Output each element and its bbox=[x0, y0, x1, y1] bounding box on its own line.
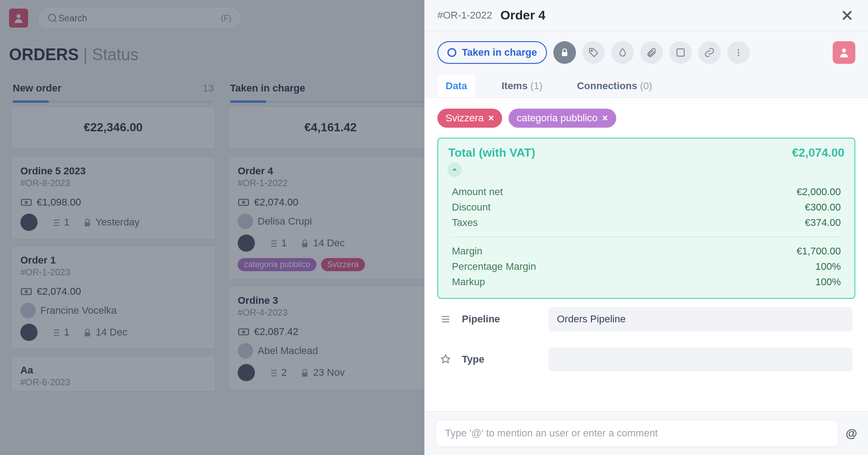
order-id: #OR-1-2022 bbox=[437, 10, 492, 21]
tag-categoria-pubblico[interactable]: categoria pubblico× bbox=[508, 109, 616, 128]
more-button[interactable] bbox=[727, 41, 750, 64]
attachment-button[interactable] bbox=[640, 41, 663, 64]
svg-point-18 bbox=[738, 52, 739, 53]
total-label: Total (with VAT) bbox=[448, 146, 535, 160]
link-button[interactable] bbox=[698, 41, 721, 64]
drop-button[interactable] bbox=[611, 41, 634, 64]
type-icon bbox=[440, 354, 452, 365]
pipeline-value[interactable]: Orders Pipeline bbox=[549, 307, 853, 331]
tag-button[interactable] bbox=[582, 41, 605, 64]
tab-connections[interactable]: Connections (0) bbox=[569, 75, 660, 97]
svg-point-17 bbox=[738, 49, 739, 51]
remove-tag-icon[interactable]: × bbox=[488, 112, 494, 124]
lock-button[interactable] bbox=[553, 41, 576, 64]
status-circle-icon bbox=[447, 48, 456, 57]
type-label: Type bbox=[462, 354, 539, 365]
order-title: Order 4 bbox=[500, 8, 546, 23]
order-detail-panel: #OR-1-2022 Order 4 Taken in charge Data … bbox=[424, 0, 868, 455]
remove-tag-icon[interactable]: × bbox=[602, 112, 608, 124]
pipeline-icon bbox=[440, 314, 452, 325]
svg-rect-16 bbox=[677, 49, 684, 56]
collapse-button[interactable] bbox=[447, 163, 462, 177]
pipeline-label: Pipeline bbox=[462, 313, 539, 325]
comment-input[interactable]: Type '@' to mention an user or enter a c… bbox=[436, 420, 839, 447]
svg-point-19 bbox=[738, 54, 739, 56]
svg-point-20 bbox=[842, 48, 846, 53]
mention-button[interactable]: @ bbox=[846, 426, 857, 441]
note-button[interactable] bbox=[669, 41, 692, 64]
tab-items[interactable]: Items (1) bbox=[494, 75, 551, 97]
svg-rect-14 bbox=[562, 52, 567, 56]
tag-svizzera[interactable]: Svizzera× bbox=[437, 109, 502, 128]
total-box: Total (with VAT) €2,074.00 Amount net€2,… bbox=[437, 138, 855, 299]
tab-data[interactable]: Data bbox=[437, 75, 475, 97]
status-pill[interactable]: Taken in charge bbox=[437, 41, 547, 64]
close-button[interactable] bbox=[839, 7, 855, 24]
assignee-avatar[interactable] bbox=[833, 41, 855, 64]
total-value: €2,074.00 bbox=[792, 146, 844, 160]
type-value[interactable] bbox=[549, 348, 853, 371]
svg-point-15 bbox=[591, 50, 592, 52]
